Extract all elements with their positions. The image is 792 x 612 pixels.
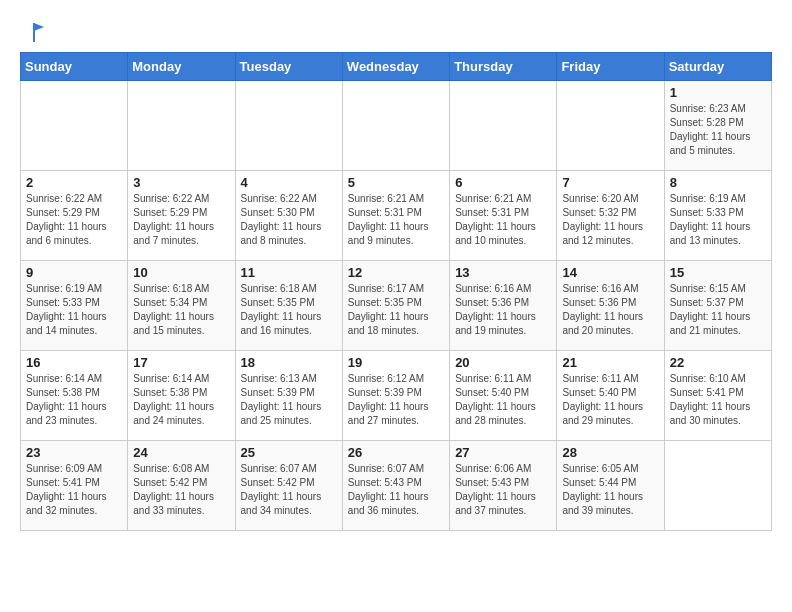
day-number: 15 bbox=[670, 265, 766, 280]
day-cell: 8Sunrise: 6:19 AM Sunset: 5:33 PM Daylig… bbox=[664, 171, 771, 261]
day-cell: 19Sunrise: 6:12 AM Sunset: 5:39 PM Dayli… bbox=[342, 351, 449, 441]
column-header-friday: Friday bbox=[557, 53, 664, 81]
day-detail: Sunrise: 6:14 AM Sunset: 5:38 PM Dayligh… bbox=[133, 372, 229, 428]
column-header-monday: Monday bbox=[128, 53, 235, 81]
day-number: 26 bbox=[348, 445, 444, 460]
week-row-4: 16Sunrise: 6:14 AM Sunset: 5:38 PM Dayli… bbox=[21, 351, 772, 441]
day-number: 10 bbox=[133, 265, 229, 280]
day-number: 28 bbox=[562, 445, 658, 460]
day-cell: 20Sunrise: 6:11 AM Sunset: 5:40 PM Dayli… bbox=[450, 351, 557, 441]
day-number: 27 bbox=[455, 445, 551, 460]
day-detail: Sunrise: 6:07 AM Sunset: 5:42 PM Dayligh… bbox=[241, 462, 337, 518]
day-number: 20 bbox=[455, 355, 551, 370]
day-cell: 18Sunrise: 6:13 AM Sunset: 5:39 PM Dayli… bbox=[235, 351, 342, 441]
day-cell bbox=[21, 81, 128, 171]
day-cell: 26Sunrise: 6:07 AM Sunset: 5:43 PM Dayli… bbox=[342, 441, 449, 531]
day-detail: Sunrise: 6:22 AM Sunset: 5:29 PM Dayligh… bbox=[26, 192, 122, 248]
day-cell bbox=[342, 81, 449, 171]
day-cell: 6Sunrise: 6:21 AM Sunset: 5:31 PM Daylig… bbox=[450, 171, 557, 261]
week-row-1: 1Sunrise: 6:23 AM Sunset: 5:28 PM Daylig… bbox=[21, 81, 772, 171]
day-cell: 3Sunrise: 6:22 AM Sunset: 5:29 PM Daylig… bbox=[128, 171, 235, 261]
day-detail: Sunrise: 6:21 AM Sunset: 5:31 PM Dayligh… bbox=[455, 192, 551, 248]
svg-marker-0 bbox=[34, 23, 44, 31]
day-number: 6 bbox=[455, 175, 551, 190]
day-detail: Sunrise: 6:05 AM Sunset: 5:44 PM Dayligh… bbox=[562, 462, 658, 518]
day-cell: 14Sunrise: 6:16 AM Sunset: 5:36 PM Dayli… bbox=[557, 261, 664, 351]
day-number: 1 bbox=[670, 85, 766, 100]
day-cell: 12Sunrise: 6:17 AM Sunset: 5:35 PM Dayli… bbox=[342, 261, 449, 351]
day-number: 22 bbox=[670, 355, 766, 370]
day-detail: Sunrise: 6:16 AM Sunset: 5:36 PM Dayligh… bbox=[562, 282, 658, 338]
header-row: SundayMondayTuesdayWednesdayThursdayFrid… bbox=[21, 53, 772, 81]
day-detail: Sunrise: 6:23 AM Sunset: 5:28 PM Dayligh… bbox=[670, 102, 766, 158]
day-detail: Sunrise: 6:12 AM Sunset: 5:39 PM Dayligh… bbox=[348, 372, 444, 428]
day-detail: Sunrise: 6:22 AM Sunset: 5:29 PM Dayligh… bbox=[133, 192, 229, 248]
day-cell: 1Sunrise: 6:23 AM Sunset: 5:28 PM Daylig… bbox=[664, 81, 771, 171]
day-cell: 4Sunrise: 6:22 AM Sunset: 5:30 PM Daylig… bbox=[235, 171, 342, 261]
day-cell: 25Sunrise: 6:07 AM Sunset: 5:42 PM Dayli… bbox=[235, 441, 342, 531]
day-cell: 22Sunrise: 6:10 AM Sunset: 5:41 PM Dayli… bbox=[664, 351, 771, 441]
day-detail: Sunrise: 6:10 AM Sunset: 5:41 PM Dayligh… bbox=[670, 372, 766, 428]
day-number: 24 bbox=[133, 445, 229, 460]
day-detail: Sunrise: 6:11 AM Sunset: 5:40 PM Dayligh… bbox=[562, 372, 658, 428]
day-cell bbox=[235, 81, 342, 171]
day-number: 13 bbox=[455, 265, 551, 280]
day-cell: 5Sunrise: 6:21 AM Sunset: 5:31 PM Daylig… bbox=[342, 171, 449, 261]
day-detail: Sunrise: 6:15 AM Sunset: 5:37 PM Dayligh… bbox=[670, 282, 766, 338]
day-cell bbox=[450, 81, 557, 171]
day-detail: Sunrise: 6:14 AM Sunset: 5:38 PM Dayligh… bbox=[26, 372, 122, 428]
day-detail: Sunrise: 6:11 AM Sunset: 5:40 PM Dayligh… bbox=[455, 372, 551, 428]
day-number: 16 bbox=[26, 355, 122, 370]
day-cell bbox=[128, 81, 235, 171]
week-row-5: 23Sunrise: 6:09 AM Sunset: 5:41 PM Dayli… bbox=[21, 441, 772, 531]
day-number: 9 bbox=[26, 265, 122, 280]
day-cell: 27Sunrise: 6:06 AM Sunset: 5:43 PM Dayli… bbox=[450, 441, 557, 531]
day-number: 3 bbox=[133, 175, 229, 190]
day-cell: 17Sunrise: 6:14 AM Sunset: 5:38 PM Dayli… bbox=[128, 351, 235, 441]
day-detail: Sunrise: 6:09 AM Sunset: 5:41 PM Dayligh… bbox=[26, 462, 122, 518]
day-cell: 10Sunrise: 6:18 AM Sunset: 5:34 PM Dayli… bbox=[128, 261, 235, 351]
logo-flag-icon bbox=[22, 20, 44, 42]
day-cell: 23Sunrise: 6:09 AM Sunset: 5:41 PM Dayli… bbox=[21, 441, 128, 531]
day-cell bbox=[664, 441, 771, 531]
day-detail: Sunrise: 6:21 AM Sunset: 5:31 PM Dayligh… bbox=[348, 192, 444, 248]
day-detail: Sunrise: 6:13 AM Sunset: 5:39 PM Dayligh… bbox=[241, 372, 337, 428]
logo bbox=[20, 20, 44, 42]
day-number: 19 bbox=[348, 355, 444, 370]
day-cell: 11Sunrise: 6:18 AM Sunset: 5:35 PM Dayli… bbox=[235, 261, 342, 351]
day-number: 11 bbox=[241, 265, 337, 280]
day-detail: Sunrise: 6:07 AM Sunset: 5:43 PM Dayligh… bbox=[348, 462, 444, 518]
day-number: 5 bbox=[348, 175, 444, 190]
day-cell: 7Sunrise: 6:20 AM Sunset: 5:32 PM Daylig… bbox=[557, 171, 664, 261]
day-detail: Sunrise: 6:08 AM Sunset: 5:42 PM Dayligh… bbox=[133, 462, 229, 518]
day-number: 14 bbox=[562, 265, 658, 280]
column-header-wednesday: Wednesday bbox=[342, 53, 449, 81]
day-cell: 15Sunrise: 6:15 AM Sunset: 5:37 PM Dayli… bbox=[664, 261, 771, 351]
day-cell: 21Sunrise: 6:11 AM Sunset: 5:40 PM Dayli… bbox=[557, 351, 664, 441]
day-number: 12 bbox=[348, 265, 444, 280]
day-number: 17 bbox=[133, 355, 229, 370]
day-number: 8 bbox=[670, 175, 766, 190]
day-detail: Sunrise: 6:17 AM Sunset: 5:35 PM Dayligh… bbox=[348, 282, 444, 338]
column-header-tuesday: Tuesday bbox=[235, 53, 342, 81]
day-cell: 24Sunrise: 6:08 AM Sunset: 5:42 PM Dayli… bbox=[128, 441, 235, 531]
day-number: 4 bbox=[241, 175, 337, 190]
day-number: 2 bbox=[26, 175, 122, 190]
day-cell: 28Sunrise: 6:05 AM Sunset: 5:44 PM Dayli… bbox=[557, 441, 664, 531]
day-cell: 16Sunrise: 6:14 AM Sunset: 5:38 PM Dayli… bbox=[21, 351, 128, 441]
day-detail: Sunrise: 6:20 AM Sunset: 5:32 PM Dayligh… bbox=[562, 192, 658, 248]
calendar-table: SundayMondayTuesdayWednesdayThursdayFrid… bbox=[20, 52, 772, 531]
column-header-sunday: Sunday bbox=[21, 53, 128, 81]
day-cell bbox=[557, 81, 664, 171]
day-cell: 2Sunrise: 6:22 AM Sunset: 5:29 PM Daylig… bbox=[21, 171, 128, 261]
day-number: 23 bbox=[26, 445, 122, 460]
week-row-2: 2Sunrise: 6:22 AM Sunset: 5:29 PM Daylig… bbox=[21, 171, 772, 261]
day-cell: 13Sunrise: 6:16 AM Sunset: 5:36 PM Dayli… bbox=[450, 261, 557, 351]
column-header-thursday: Thursday bbox=[450, 53, 557, 81]
week-row-3: 9Sunrise: 6:19 AM Sunset: 5:33 PM Daylig… bbox=[21, 261, 772, 351]
day-number: 25 bbox=[241, 445, 337, 460]
day-detail: Sunrise: 6:22 AM Sunset: 5:30 PM Dayligh… bbox=[241, 192, 337, 248]
day-detail: Sunrise: 6:19 AM Sunset: 5:33 PM Dayligh… bbox=[26, 282, 122, 338]
column-header-saturday: Saturday bbox=[664, 53, 771, 81]
day-detail: Sunrise: 6:16 AM Sunset: 5:36 PM Dayligh… bbox=[455, 282, 551, 338]
